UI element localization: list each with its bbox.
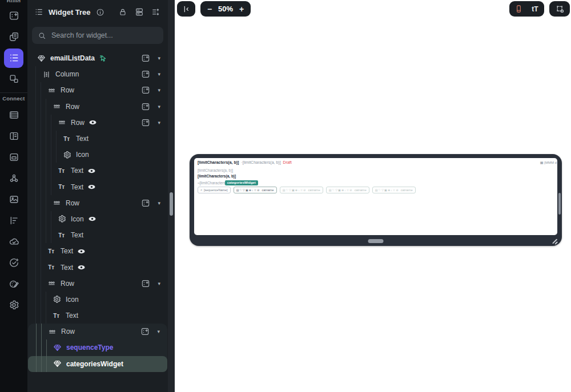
rail-item-data-types[interactable]: [4, 127, 23, 146]
add-child-button[interactable]: [141, 86, 150, 95]
tree-item-label: Text: [71, 167, 83, 175]
indent-guide: [46, 195, 51, 211]
gear-icon: [57, 215, 67, 223]
rail-item-api[interactable]: [4, 169, 23, 188]
add-child-button[interactable]: [141, 54, 150, 63]
category-chip[interactable]: ▤♡▽▣⊕↓☆⊘catname: [326, 187, 369, 193]
expand-chevron[interactable]: ▾: [158, 104, 160, 110]
expand-chevron[interactable]: ▾: [158, 71, 160, 77]
draft-badge: Draft: [283, 160, 292, 164]
rail-item-content[interactable]: [4, 148, 23, 167]
visibility-icon[interactable]: [88, 215, 96, 223]
sequence-chip[interactable]: ≈ [sequenceName]: [198, 187, 231, 193]
tree-item-Column[interactable]: Column▾: [27, 66, 168, 82]
collapse-layers-icon[interactable]: [135, 7, 144, 17]
tree-item-Text[interactable]: TтText: [27, 131, 168, 147]
info-icon[interactable]: [96, 8, 104, 17]
preview-chip-row: ≈ [sequenceName] ▤♡▽▣⊕↓☆⊘catname▤♡▽▣⊕↓☆⊘…: [198, 187, 416, 193]
tree-item-Text[interactable]: TтText: [27, 179, 168, 195]
expand-chevron[interactable]: ▾: [158, 87, 160, 93]
expand-chevron[interactable]: ▾: [158, 200, 160, 206]
tree-item-Row[interactable]: Row▾: [27, 99, 168, 115]
tree-item-Icon[interactable]: Icon: [27, 292, 168, 308]
tree-item-label: Column: [55, 70, 79, 78]
expand-chevron[interactable]: ▾: [158, 120, 160, 126]
tree-item-Icon[interactable]: Icon: [27, 211, 168, 227]
add-child-button[interactable]: [141, 199, 150, 208]
tree-item-Icon[interactable]: Icon: [27, 147, 168, 163]
text-icon: Tт: [62, 135, 72, 143]
canvas-settings-button[interactable]: [549, 1, 570, 17]
indent-guide: [41, 195, 46, 211]
indent-guide: [35, 211, 41, 227]
tree-item-Row[interactable]: Row▾: [27, 195, 168, 211]
rail-item-widget-tree[interactable]: [4, 49, 23, 68]
add-child-button[interactable]: [140, 327, 150, 336]
device-preview-button[interactable]: [511, 2, 526, 15]
visibility-icon[interactable]: [77, 263, 86, 272]
rail-item-settings[interactable]: [4, 296, 23, 315]
visibility-icon[interactable]: [77, 247, 86, 256]
text-scale-button[interactable]: tT: [528, 2, 542, 15]
tree-item-Text[interactable]: TтText: [27, 243, 168, 259]
tree-item-label: Row: [61, 280, 74, 288]
tree-item-emailListData[interactable]: emailListData▾: [27, 50, 168, 66]
tree-item-categoriesWidget[interactable]: categoriesWidget: [28, 356, 167, 372]
tree-item-Row[interactable]: Row▾: [28, 324, 167, 340]
indent-guide: [35, 147, 41, 163]
indent-guide: [56, 147, 61, 163]
tree-item-Text[interactable]: TтText: [27, 259, 168, 275]
category-chip[interactable]: ▤♡▽▣⊕↓☆⊘catname: [372, 187, 416, 193]
rail-item-add-widget[interactable]: [4, 6, 23, 26]
text-icon: Tт: [52, 312, 62, 320]
tree-item-Row[interactable]: Row▾: [27, 115, 168, 131]
tree-item-Row[interactable]: Row▾: [27, 82, 168, 98]
indent-guide: [35, 227, 41, 243]
tree-item-Row[interactable]: Row▾: [27, 276, 168, 292]
indent-guide: [36, 324, 41, 340]
search-input[interactable]: Search for widget...: [32, 27, 163, 44]
category-chip[interactable]: ▤♡▽▣⊕↓☆⊘catname: [280, 187, 323, 193]
expand-chevron[interactable]: ▾: [157, 329, 160, 334]
tree-item-sequenceType[interactable]: sequenceType: [28, 340, 167, 355]
indent-guide: [36, 340, 41, 355]
add-child-button[interactable]: [141, 279, 150, 288]
collapse-panel-button[interactable]: [177, 1, 195, 17]
rail-item-theme[interactable]: [4, 274, 23, 294]
preview-date: ▦ [MMM d: [540, 160, 557, 164]
expand-chevron[interactable]: ▾: [158, 281, 160, 286]
search-icon: [38, 31, 46, 40]
rail-item-media[interactable]: [4, 190, 23, 209]
indent-guide: [41, 163, 46, 179]
svg-text:Tт: Tт: [48, 264, 54, 270]
visibility-icon[interactable]: [87, 183, 96, 191]
sort-collapse-icon[interactable]: [151, 7, 160, 17]
rail-item-actions[interactable]: [4, 253, 23, 273]
zoom-out-button[interactable]: −: [203, 2, 216, 15]
panel-scrollbar-track[interactable]: [168, 0, 175, 392]
tree-item-Text[interactable]: TтText: [27, 163, 168, 179]
rail-item-database[interactable]: [4, 106, 23, 125]
indent-guide: [35, 82, 41, 98]
rail-item-storyboard[interactable]: [4, 211, 23, 231]
tree-item-Text[interactable]: TтText: [27, 308, 168, 324]
category-chip[interactable]: ▤♡▽▣⊕↓☆⊘catname: [234, 187, 277, 193]
indent-guide: [51, 147, 56, 163]
indent-guide: [35, 195, 41, 211]
indent-guide: [35, 259, 41, 275]
add-child-button[interactable]: [141, 70, 150, 79]
visibility-icon[interactable]: [87, 167, 96, 175]
zoom-in-button[interactable]: +: [235, 2, 248, 15]
expand-chevron[interactable]: ▾: [158, 55, 160, 61]
add-child-button[interactable]: [141, 102, 150, 111]
tree-item-Text[interactable]: TтText: [27, 227, 168, 243]
add-child-button[interactable]: [141, 118, 150, 127]
panel-scrollbar-thumb[interactable]: [170, 192, 173, 216]
lock-icon[interactable]: [118, 7, 127, 17]
resize-handle[interactable]: [550, 237, 560, 245]
visibility-icon[interactable]: [89, 118, 97, 127]
gear-icon: [52, 295, 62, 304]
rail-item-cloud-functions[interactable]: [4, 232, 23, 252]
rail-item-components[interactable]: [4, 70, 23, 89]
rail-item-pages[interactable]: [4, 27, 23, 47]
